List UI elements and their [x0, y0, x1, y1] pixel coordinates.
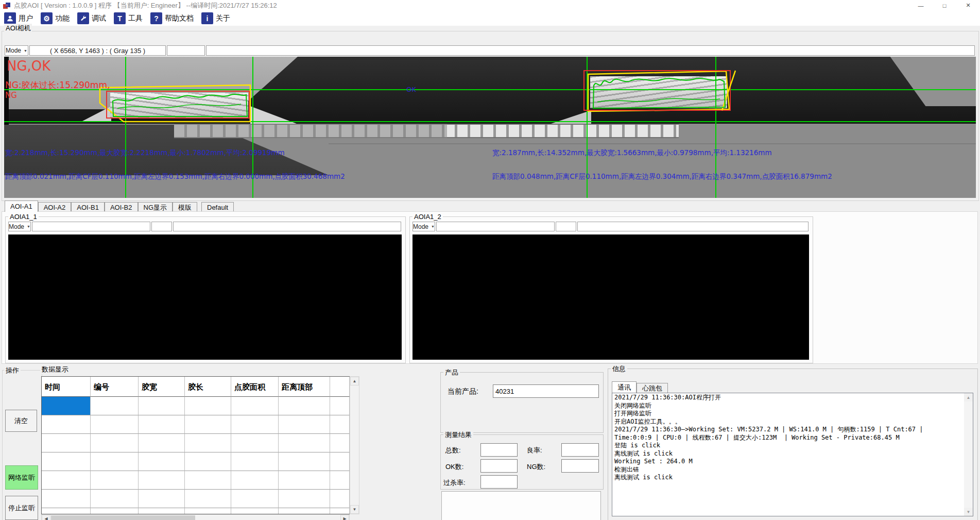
tab-aoi-b2[interactable]: AOI-B2: [105, 202, 138, 212]
yield-input[interactable]: [561, 443, 599, 457]
subview-right-image[interactable]: [412, 234, 809, 360]
scroll-down-icon[interactable]: ▼: [964, 508, 973, 516]
table-cell[interactable]: [91, 508, 139, 514]
subview-left-mode-dropdown[interactable]: Mode ▼: [8, 222, 31, 231]
table-cell[interactable]: [279, 490, 330, 508]
clear-button[interactable]: 清空: [5, 410, 37, 432]
table-cell[interactable]: [139, 508, 185, 514]
stop-listen-button[interactable]: 停止监听: [5, 496, 38, 520]
col-header-glue-width[interactable]: 胶宽: [139, 377, 185, 397]
table-cell[interactable]: [330, 397, 350, 415]
ok-count-input[interactable]: [480, 459, 518, 473]
table-vscrollbar[interactable]: ▲ ▼: [350, 376, 359, 514]
table-cell[interactable]: [42, 508, 91, 514]
camera-mode-dropdown[interactable]: Mode ▼: [5, 45, 28, 56]
table-cell[interactable]: [42, 490, 91, 508]
table-cell[interactable]: [279, 508, 330, 514]
toolbar-tools-button[interactable]: T 工具: [114, 12, 143, 24]
table-cell[interactable]: [279, 434, 330, 452]
table-cell[interactable]: [330, 452, 350, 471]
toolbar-help-button[interactable]: ? 帮助文档: [150, 12, 194, 24]
table-cell[interactable]: [231, 415, 279, 434]
tab-default[interactable]: Default: [201, 202, 234, 212]
hscroll-thumb[interactable]: [51, 515, 195, 520]
scroll-up-icon[interactable]: ▲: [350, 377, 359, 385]
total-input[interactable]: [480, 443, 518, 457]
col-header-dispense-area[interactable]: 点胶面积: [231, 377, 279, 397]
table-cell[interactable]: [91, 397, 139, 415]
table-cell[interactable]: [231, 434, 279, 452]
camera-image-view[interactable]: NG,OK NG:胶体过长:15.290mm, NG OK 宽:2.218mm,…: [4, 57, 976, 198]
table-cell[interactable]: [185, 508, 231, 514]
table-cell[interactable]: [139, 452, 185, 471]
table-hscrollbar[interactable]: ◀ ▶: [41, 514, 350, 520]
overkill-input[interactable]: [480, 475, 518, 489]
table-cell[interactable]: [42, 415, 91, 434]
table-cell[interactable]: [231, 452, 279, 471]
tab-aoi-b1[interactable]: AOI-B1: [71, 202, 105, 212]
table-cell[interactable]: [91, 490, 139, 508]
table-cell[interactable]: [231, 471, 279, 490]
table-cell[interactable]: [185, 415, 231, 434]
table-cell[interactable]: [91, 471, 139, 490]
toolbar-about-button[interactable]: i 关于: [201, 12, 230, 24]
table-cell[interactable]: [330, 508, 350, 514]
ng-count-input[interactable]: [561, 459, 599, 473]
subview-right-mode-dropdown[interactable]: Mode ▼: [412, 222, 435, 231]
table-cell[interactable]: [91, 452, 139, 471]
col-header-time[interactable]: 时间: [42, 377, 91, 397]
table-cell[interactable]: [330, 490, 350, 508]
scroll-down-icon[interactable]: ▼: [350, 505, 359, 514]
table-cell[interactable]: [185, 434, 231, 452]
tab-comm[interactable]: 通讯: [612, 381, 637, 393]
table-cell[interactable]: [139, 490, 185, 508]
maximize-button[interactable]: □: [933, 0, 956, 11]
scroll-up-icon[interactable]: ▲: [964, 393, 973, 401]
table-cell[interactable]: [279, 415, 330, 434]
col-header-glue-length[interactable]: 胶长: [185, 377, 231, 397]
table-cell[interactable]: [42, 471, 91, 490]
toolbar-function-button[interactable]: ⚙ 功能: [41, 12, 70, 24]
table-cell[interactable]: [42, 452, 91, 471]
toolbar-user-button[interactable]: 用户: [4, 12, 33, 24]
log-vscrollbar[interactable]: ▲ ▼: [964, 393, 973, 516]
ok-count-label: OK数:: [445, 462, 463, 472]
table-cell[interactable]: [279, 452, 330, 471]
scroll-right-icon[interactable]: ▶: [340, 515, 349, 520]
table-cell[interactable]: [91, 415, 139, 434]
scroll-left-icon[interactable]: ◀: [42, 515, 50, 520]
table-cell[interactable]: [185, 490, 231, 508]
subview-left-image[interactable]: [8, 234, 402, 360]
table-cell[interactable]: [139, 397, 185, 415]
table-cell[interactable]: [91, 434, 139, 452]
table-cell[interactable]: [330, 434, 350, 452]
current-product-input[interactable]: 40231: [493, 384, 599, 398]
table-cell[interactable]: [231, 397, 279, 415]
table-cell[interactable]: [42, 434, 91, 452]
close-button[interactable]: ✕: [956, 0, 980, 11]
table-cell[interactable]: [185, 397, 231, 415]
toolbar-debug-button[interactable]: 调试: [77, 12, 106, 24]
col-header-distance-top[interactable]: 距离顶部: [279, 377, 330, 397]
col-header-id[interactable]: 编号: [91, 377, 139, 397]
table-cell[interactable]: [330, 471, 350, 490]
table-cell[interactable]: [279, 397, 330, 415]
table-cell[interactable]: [185, 471, 231, 490]
tab-aoi-a2[interactable]: AOI-A2: [38, 202, 72, 212]
table-cell-selected[interactable]: [42, 397, 91, 415]
tab-heartbeat[interactable]: 心跳包: [637, 383, 668, 393]
log-output[interactable]: 2021/7/29 11:36:30:AOI程序打开 关闭网络监听 打开网络监听…: [612, 393, 973, 516]
table-cell[interactable]: [231, 508, 279, 514]
table-cell[interactable]: [139, 471, 185, 490]
tab-aoi-a1[interactable]: AOI-A1: [5, 200, 38, 212]
table-cell[interactable]: [330, 415, 350, 434]
network-listen-button[interactable]: 网络监听: [5, 465, 38, 490]
minimize-button[interactable]: —: [909, 0, 933, 11]
tab-template[interactable]: 模版: [173, 202, 197, 212]
table-cell[interactable]: [279, 471, 330, 490]
table-cell[interactable]: [139, 434, 185, 452]
table-cell[interactable]: [231, 490, 279, 508]
table-cell[interactable]: [139, 415, 185, 434]
table-cell[interactable]: [185, 452, 231, 471]
tab-ng-display[interactable]: NG显示: [138, 202, 173, 212]
